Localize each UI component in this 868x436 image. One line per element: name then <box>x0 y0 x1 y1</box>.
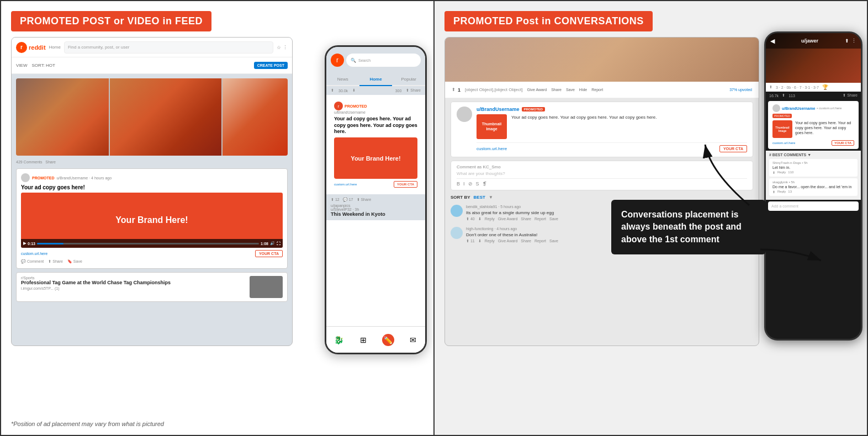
comment-input[interactable]: What are your thoughts? <box>457 171 747 179</box>
nav-post[interactable]: ✏️ <box>382 334 394 346</box>
mobile-tab-popular[interactable]: Popular <box>392 73 425 85</box>
create-post-button[interactable]: CREATE POST <box>254 62 288 69</box>
mobile-next-comment[interactable]: 💬 17 <box>343 198 353 202</box>
sort-option[interactable]: BEST <box>474 195 485 200</box>
conv-promoted-badge: PROMOTED <box>522 107 546 111</box>
give-award-2[interactable]: Give Award <box>498 239 518 243</box>
mobile-search[interactable]: 🔍 Search <box>346 54 421 67</box>
top-right-icons: ☆ ⋮ <box>277 45 288 50</box>
save-2[interactable]: Save <box>549 239 558 243</box>
more-icon-mob[interactable]: ⋮ <box>851 38 856 44</box>
upvote-btn[interactable]: ⬆ <box>452 87 456 92</box>
nav-mail[interactable]: ✉ <box>407 334 419 346</box>
vote-down-2[interactable]: ⬇ <box>478 239 481 243</box>
mob-share-btn[interactable]: ⬆ Share <box>843 93 858 98</box>
next-post-title: Professional Tag Game at the World Chase… <box>21 280 283 285</box>
give-award-btn[interactable]: Give Award <box>527 88 547 92</box>
play-icon[interactable]: ▶ <box>23 241 26 246</box>
mob-reply-btn-1[interactable]: Reply <box>777 171 786 174</box>
comment-avatar-2 <box>451 227 463 239</box>
comment-meta-1: bendik_stahlola91 · 5 hours ago <box>466 205 558 209</box>
share-icon-mob[interactable]: ⬆ <box>845 38 849 44</box>
mobile-next-author: u/japanpics <box>331 204 385 208</box>
vote-up-1[interactable]: ⬆ 40 <box>466 217 475 221</box>
mobile-next-title: This Weekend in Kyoto <box>331 211 385 217</box>
cta-button[interactable]: YOUR CTA <box>255 250 283 257</box>
vote-up-2[interactable]: ⬆ 11 <box>466 239 475 243</box>
mob-add-comment[interactable]: Add a comment <box>768 201 859 211</box>
nav-home[interactable]: 🐉 <box>332 334 345 346</box>
mob-comment-count: 113 <box>788 94 795 98</box>
conv-cta-button[interactable]: YOUR CTA <box>719 145 747 152</box>
video-thumbnail: Your Brand Here! ▶ 0:13 1:08 🔊 ⛶ <box>21 193 283 248</box>
report-2[interactable]: Report <box>534 239 546 243</box>
mob-comment-actions-2: ⬆ Reply 13 <box>772 190 854 194</box>
vote-down-1[interactable]: ⬇ <box>478 217 481 221</box>
conv-cta-row: custom.url.here YOUR CTA <box>477 142 747 152</box>
mobile-tab-home[interactable]: Home <box>359 73 393 86</box>
hide-btn[interactable]: Hide <box>579 88 587 92</box>
conv-url[interactable]: custom.url.here <box>477 146 507 151</box>
img-part-2 <box>110 78 221 156</box>
comment-actions-1: ⬆ 40 ⬇ Reply Give Award Share Report Sav… <box>466 217 558 221</box>
home-label: Home <box>49 45 61 50</box>
mob-reply-2[interactable]: ⬆ <box>772 190 775 194</box>
mobile-url[interactable]: custom.url.here <box>334 183 357 186</box>
volume-icon[interactable]: 🔊 <box>270 241 275 246</box>
reply-1[interactable]: Reply <box>485 217 495 221</box>
mobile-next-upvote[interactable]: ⬆ 12 <box>331 198 340 202</box>
post-copy: Your ad copy goes here! <box>21 184 283 190</box>
video-time: 0:13 <box>28 242 35 246</box>
back-icon[interactable]: ◀ <box>770 38 775 45</box>
upvote-mob[interactable]: ⬆ <box>769 85 772 89</box>
conv-content: u/BrandUsername PROMOTED Thumbnail Image… <box>477 107 747 152</box>
search-bar[interactable]: Find a community, post, or user <box>64 41 274 54</box>
downvote-icon[interactable]: ⬇ <box>352 88 356 93</box>
italic-btn[interactable]: I <box>463 181 465 187</box>
reddit-logo: r reddit <box>16 42 46 53</box>
comment-action[interactable]: 💬 Comment <box>21 259 44 264</box>
link-btn[interactable]: ⊘ <box>468 181 473 187</box>
reddit-topbar: r reddit Home Find a community, post, or… <box>12 38 292 57</box>
code-btn[interactable]: ❡ <box>483 181 487 187</box>
mob-reply-1[interactable]: ⬆ <box>772 171 775 174</box>
mob-upvote-btn[interactable]: ⬆ <box>782 93 785 98</box>
mobile-brand-text: Your Brand Here! <box>351 155 400 162</box>
mobile-tabs: News Home Popular <box>326 73 425 86</box>
large-post-image <box>16 78 288 156</box>
share-1[interactable]: Share <box>521 217 531 221</box>
strike-btn[interactable]: S <box>476 181 479 187</box>
share-btn[interactable]: Share <box>551 88 562 92</box>
mobile-cta-button[interactable]: YOUR CTA <box>394 181 417 188</box>
mobile-bottom-nav: 🐉 ⊞ ✏️ ✉ <box>326 326 425 353</box>
mobile-next-share[interactable]: ⬆ Share <box>357 198 372 202</box>
custom-url[interactable]: custom.url.here <box>21 252 47 256</box>
mob-vote-count: 16.7k <box>769 94 779 98</box>
mob-comment-meta-2: skagglyink • 5h <box>772 180 854 184</box>
mobile-tab-news[interactable]: News <box>326 73 359 85</box>
share-icon[interactable]: ⬆ Share <box>406 88 421 93</box>
save-btn[interactable]: Save <box>566 88 575 92</box>
upvote-icon[interactable]: ⬆ <box>331 88 334 93</box>
share-2[interactable]: Share <box>521 239 531 243</box>
save-1[interactable]: Save <box>549 217 558 221</box>
share-action[interactable]: ⬆ Share <box>48 259 63 264</box>
mob-comments-section: # BEST COMMENTS ▼ ShinyTrash-n-Dogs • 5h… <box>766 151 861 200</box>
mobile-next-time: u/StevelP32 · 3h <box>331 208 385 211</box>
bold-btn[interactable]: B <box>457 181 460 187</box>
reply-2[interactable]: Reply <box>485 239 495 243</box>
mob-reply-btn-2[interactable]: Reply <box>777 190 786 194</box>
comment-label: Comment as KC_Smo <box>457 164 747 169</box>
post-top-image <box>445 38 759 82</box>
fullscreen-icon[interactable]: ⛶ <box>277 242 280 246</box>
report-1[interactable]: Report <box>534 217 546 221</box>
mob-right-url[interactable]: custom.url.here <box>772 141 795 145</box>
award-icon[interactable]: 🏆 <box>822 84 828 90</box>
give-award-1[interactable]: Give Award <box>498 217 518 221</box>
sort-chevron[interactable]: ▼ <box>489 195 493 200</box>
save-action[interactable]: 🔖 Save <box>67 259 82 264</box>
report-btn[interactable]: Report <box>591 88 603 92</box>
comment-toolbar: B I ⊘ S ❡ <box>457 181 747 187</box>
mob-right-cta-btn[interactable]: YOUR CTA <box>832 140 854 146</box>
nav-grid[interactable]: ⊞ <box>357 334 369 346</box>
